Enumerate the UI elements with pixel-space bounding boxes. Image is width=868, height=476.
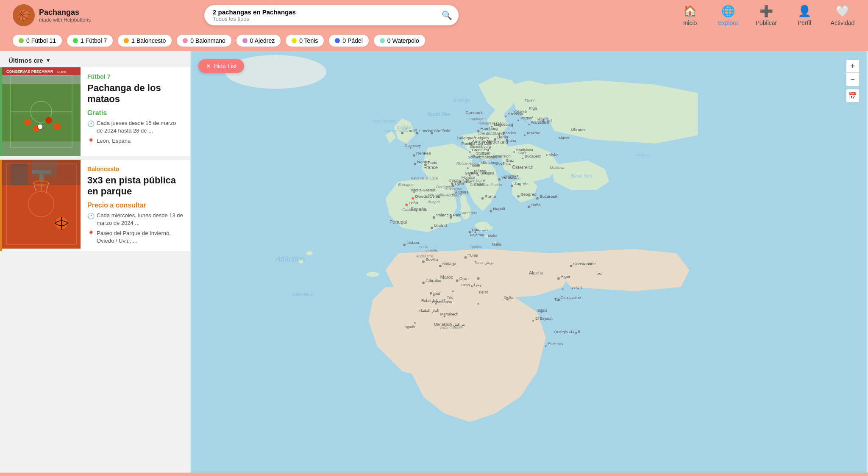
svg-point-95 (422, 282, 425, 284)
event-image-svg-2 (2, 160, 81, 249)
svg-text:Tallinn: Tallinn (525, 98, 535, 102)
nav-inicio[interactable]: 🏠 Inicio (677, 5, 703, 26)
svg-point-161 (298, 260, 303, 263)
svg-point-46 (431, 227, 433, 229)
svg-point-74 (490, 210, 492, 212)
filter-baloncesto[interactable]: 1 Baloncesto (118, 35, 172, 47)
filter-balonmano[interactable]: 0 Balonmano (177, 35, 231, 47)
svg-text:Malta: Malta (492, 242, 501, 246)
svg-text:Gibraltar: Gibraltar (426, 278, 442, 283)
x-icon: ✕ (206, 63, 211, 69)
svg-text:Magdeburg: Magdeburg (494, 122, 513, 127)
filter-futbol11[interactable]: 0 Fútbol 11 (13, 35, 62, 47)
svg-text:Constantine: Constantine (561, 296, 581, 300)
svg-text:Bratislava: Bratislava (516, 148, 533, 152)
filter-baloncesto-label: 1 Baloncesto (131, 37, 166, 44)
filter-futbol7[interactable]: 1 Fútbol 7 (67, 35, 113, 47)
svg-point-150 (477, 303, 479, 305)
svg-point-193 (452, 291, 454, 292)
hide-list-button[interactable]: ✕ Hide List (198, 59, 244, 73)
zoom-in-button[interactable]: + (846, 59, 860, 73)
svg-point-129 (467, 167, 469, 169)
svg-rect-10 (2, 141, 81, 156)
svg-text:Rennes: Rennes (416, 151, 431, 155)
event-price-1: Gratis (87, 109, 183, 117)
nav-perfil[interactable]: 👤 Perfil (792, 5, 817, 26)
event-card-1[interactable]: CONSERVAS PESCAMAR Diario Fútbol 7 Pacha… (0, 67, 190, 156)
list-header[interactable]: Últimos cre ▼ (0, 51, 190, 67)
svg-text:Groningen: Groningen (468, 117, 486, 121)
zoom-out-button[interactable]: − (846, 73, 860, 86)
svg-text:Málaga: Málaga (442, 261, 456, 266)
search-input[interactable]: 2 pachangas en Pachangas Todos los tipos (204, 5, 459, 25)
filter-tenis[interactable]: 0 Tenis (286, 35, 324, 47)
svg-text:CONSERVAS PESCAMAR: CONSERVAS PESCAMAR (6, 69, 53, 74)
map-calendar-button[interactable]: 📅 (846, 89, 860, 102)
svg-text:Madrid: Madrid (434, 223, 447, 228)
filter-waterpolo-label: 0 Waterpolo (387, 37, 419, 44)
svg-text:Diario: Diario (57, 70, 66, 74)
dot-ajedrez (242, 38, 248, 43)
svg-point-48 (403, 244, 406, 246)
svg-text:الجلفة: الجلفة (571, 286, 582, 290)
svg-point-115 (414, 163, 416, 165)
search-icon[interactable]: 🔍 (442, 10, 452, 20)
app-logo[interactable]: 🏀 (13, 4, 35, 26)
svg-text:Agadir: Agadir (404, 325, 415, 329)
filter-ajedrez[interactable]: 0 Ajedrez (236, 35, 281, 47)
event-price-2: Precio a consultar (87, 202, 183, 209)
event-image-svg-1: CONSERVAS PESCAMAR Diario (2, 67, 81, 156)
event-card-2[interactable]: Baloncesto 3x3 en pista pública en parqu… (0, 160, 190, 251)
filter-padel[interactable]: 0 Pádel (329, 35, 368, 47)
event-schedule-text-1: Cada jueves desde 15 de marzo de 2024 ha… (97, 119, 183, 135)
svg-point-91 (456, 280, 459, 282)
svg-text:El Menia: El Menia (548, 342, 563, 346)
plus-icon: ➕ (760, 5, 773, 18)
nav-inicio-label: Inicio (683, 19, 697, 26)
main-nav: 🏠 Inicio 🌐 Explora ➕ Publicar 👤 Perfil 🤍… (677, 5, 855, 26)
svg-point-162 (367, 272, 379, 277)
svg-text:Tunis: Tunis (468, 253, 478, 257)
svg-text:Portugal: Portugal (389, 219, 407, 224)
search-bar[interactable]: 2 pachangas en Pachangas Todos los tipos… (204, 5, 459, 25)
nav-explora[interactable]: 🌐 Explora (715, 5, 741, 26)
svg-text:Sofia: Sofia (531, 202, 541, 207)
svg-point-121 (450, 216, 452, 219)
heart-icon: 🤍 (836, 5, 849, 18)
user-icon: 👤 (798, 5, 811, 18)
map-container[interactable]: Atlántico France España Italie Deutschla… (190, 51, 868, 473)
nav-actividad[interactable]: 🤍 Actividad (830, 5, 855, 26)
svg-point-160 (306, 251, 313, 255)
svg-text:Sheffield: Sheffield (434, 128, 451, 133)
nav-publicar[interactable]: ➕ Publicar (754, 5, 779, 26)
svg-text:Hamburg: Hamburg (480, 126, 498, 131)
event-sport-1: Fútbol 7 (87, 73, 183, 80)
search-sub-text: Todos los tipos (213, 16, 437, 22)
svg-text:North Sea: North Sea (428, 111, 451, 117)
svg-point-89 (570, 265, 573, 267)
search-main-text: 2 pachangas en Pachangas (213, 8, 437, 16)
svg-text:Tunisia: Tunisia (470, 245, 482, 249)
event-sport-2: Baloncesto (87, 166, 183, 172)
svg-point-215 (513, 151, 515, 153)
svg-point-176 (505, 115, 506, 117)
svg-point-213 (522, 158, 523, 159)
svg-point-236 (511, 113, 513, 115)
main-content: Últimos cre ▼ (0, 51, 868, 473)
filter-bar: 0 Fútbol 11 1 Fútbol 7 1 Baloncesto 0 Ba… (0, 30, 868, 51)
svg-point-225 (444, 299, 445, 301)
chevron-down-icon: ▼ (46, 58, 51, 64)
svg-text:Tizi: Tizi (554, 297, 560, 302)
svg-text:Citta di San Marino: Citta di San Marino (470, 183, 502, 187)
svg-point-196 (545, 345, 547, 347)
filter-futbol7-label: 1 Fútbol 7 (81, 37, 107, 44)
svg-point-82 (536, 197, 539, 200)
globe-icon: 🌐 (721, 5, 735, 18)
svg-point-64 (431, 132, 433, 134)
svg-text:Frankfurt am Main: Frankfurt am Main (462, 141, 492, 146)
svg-point-99 (412, 197, 414, 200)
svg-text:Beograd: Beograd (520, 192, 537, 196)
clock-icon-2: 🕐 (87, 212, 95, 221)
filter-waterpolo[interactable]: 0 Waterpolo (374, 35, 425, 47)
svg-text:Gdańsk: Gdańsk (514, 110, 527, 114)
